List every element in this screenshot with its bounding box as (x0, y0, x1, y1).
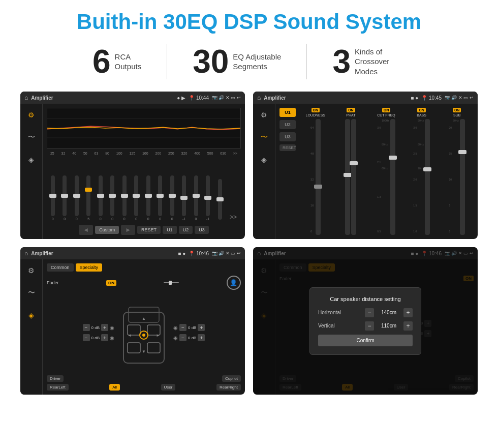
topbar-time-eq: 📍 10:44 (189, 95, 209, 101)
dsp-scale-bass-f: 3.02.52.01.51.0 (413, 119, 417, 235)
vol-minus-fr[interactable]: − (179, 324, 186, 331)
topbar-icons-dsp: 📷 🔊 ✕ ▭ ↩ (445, 95, 474, 100)
dsp-channel-cutfreq: ON CUT FREQ 3.02.11.30.5 100Hz80Hz60Hz (369, 108, 403, 235)
dsp-presets[interactable]: U1 U2 U3 RESET (279, 108, 296, 235)
screen-content-eq: ⚙ 〜 ◈ (20, 104, 245, 239)
eq-arrows: >> (230, 214, 237, 221)
eq-slider-14 (218, 179, 222, 221)
eq-bottom-bar[interactable]: ◄ Custom ► RESET U1 U2 U3 (47, 225, 241, 235)
speaker-controls-left[interactable]: − 0 dB + ◉ − 0 dB + ◉ (83, 324, 114, 341)
dsp-slider-phat-g (345, 119, 350, 235)
fader-rearright-btn[interactable]: RearRight (216, 384, 241, 391)
vol-minus-rr[interactable]: − (179, 334, 186, 341)
home-icon-dsp: ⌂ (257, 94, 261, 101)
screen-content-dsp: ⚙ 〜 ◈ U1 U2 U3 RESET (253, 104, 478, 239)
fader-bottom2[interactable]: RearLeft All User RearRight (47, 384, 241, 391)
dialog-vertical-control[interactable]: − 110cm + (365, 321, 413, 331)
eq-graph (47, 108, 241, 148)
stat-label-crossover: Kinds ofCrossover Modes (355, 47, 406, 77)
speaker-controls-right[interactable]: ◉ − 0 dB + ◉ − 0 dB + (173, 324, 205, 341)
vol-control-fr[interactable]: ◉ − 0 dB + (173, 324, 205, 331)
home-icon-fader: ⌂ (24, 250, 28, 257)
dsp-u2-btn[interactable]: U2 (279, 120, 296, 129)
fader-user-btn[interactable]: User (161, 384, 176, 391)
screen-dialog: ⌂ Amplifier ■ ● 📍 10:46 📷 🔊 ✕ ▭ ↩ ⚙ 〜 ◈ … (253, 247, 478, 395)
topbar-dot-dsp: ■ ● (411, 95, 418, 101)
topbar-fader: ⌂ Amplifier ■ ● 📍 10:46 📷 🔊 ✕ ▭ ↩ (20, 247, 245, 259)
speaker-fr-icon: ◉ (173, 325, 178, 331)
topbar-title-eq: Amplifier (31, 95, 53, 101)
dialog-confirm-btn[interactable]: Confirm (318, 335, 413, 346)
eq-u1-btn[interactable]: U1 (163, 226, 177, 234)
vol-control-fl[interactable]: − 0 dB + ◉ (83, 324, 114, 331)
vol-plus-rl[interactable]: + (101, 334, 108, 341)
dsp-reset-btn[interactable]: RESET (279, 144, 296, 151)
topbar-title-fader: Amplifier (31, 251, 53, 256)
dialog-horizontal-minus[interactable]: − (365, 308, 374, 317)
home-icon: ⌂ (24, 94, 28, 101)
dsp-scale-loudness: 644832160 (310, 119, 314, 235)
eq-prev-btn[interactable]: ◄ (79, 225, 93, 235)
fader-all-btn[interactable]: All (109, 384, 120, 391)
eq-slider-2: 0 (75, 175, 79, 221)
eq-custom-btn[interactable]: Custom (95, 226, 119, 234)
vol-plus-fl[interactable]: + (101, 324, 108, 331)
fader-copilot-btn[interactable]: Copilot (222, 375, 241, 382)
fader-tab-common[interactable]: Common (47, 263, 74, 272)
dsp-channel-sub: ON SUB 20151050 60Hz (440, 108, 474, 235)
eq-u2-btn[interactable]: U2 (179, 226, 193, 234)
dsp-name-cutfreq: CUT FREQ (377, 113, 395, 117)
eq-next-btn[interactable]: ► (121, 225, 135, 235)
eq-slider-4: 0 (99, 175, 103, 221)
eq-slider-5: 0 (110, 175, 114, 221)
dsp-slider-sub (460, 119, 465, 235)
fader-label: Fader (47, 280, 59, 285)
sidebar-fader: ⚙ 〜 ◈ (20, 259, 43, 395)
sidebar-wave-icon: 〜 (24, 130, 39, 144)
fader-tabs[interactable]: Common Specialty (47, 263, 241, 272)
dsp-slider-loudness (316, 119, 321, 235)
fader-slider-icon (164, 280, 179, 286)
sidebar-dsp: ⚙ 〜 ◈ (253, 104, 275, 239)
dsp-u1-btn[interactable]: U1 (279, 108, 296, 117)
fader-bottom[interactable]: Driver Copilot (47, 375, 241, 382)
vol-value-fr: 0 dB (188, 325, 196, 330)
topbar-time-fader: 📍 10:46 (189, 251, 209, 256)
eq-slider-0: 0 (51, 175, 55, 221)
dsp-channel-loudness: ON LOUDNESS 644832160 (299, 108, 332, 235)
eq-slider-12: 0 (194, 175, 198, 221)
dialog-horizontal-control[interactable]: − 140cm + (365, 308, 413, 317)
eq-u3-btn[interactable]: U3 (195, 226, 209, 234)
vol-plus-fr[interactable]: + (198, 324, 205, 331)
eq-slider-8: 0 (146, 175, 150, 221)
fader-tab-specialty[interactable]: Specialty (76, 263, 103, 272)
dialog-box: Car speaker distance setting Horizontal … (309, 287, 421, 355)
topbar-dot-fader: ■ ● (178, 251, 185, 256)
dialog-horizontal-plus[interactable]: + (403, 308, 413, 317)
dialog-vertical-plus[interactable]: + (403, 321, 413, 331)
vol-minus-rl[interactable]: − (83, 334, 90, 341)
fader-driver-btn[interactable]: Driver (47, 375, 64, 382)
dialog-vertical-minus[interactable]: − (365, 321, 374, 331)
vol-plus-rr[interactable]: + (198, 334, 205, 341)
dialog-horizontal-row: Horizontal − 140cm + (318, 308, 413, 317)
sidebar-eq: ⚙ 〜 ◈ (20, 104, 43, 239)
stat-label-eq: EQ AdjustableSegments (233, 52, 281, 72)
eq-graph-svg (47, 108, 240, 148)
page-title: Buith-in 30EQ DSP Sound System (20, 10, 478, 34)
vol-minus-fl[interactable]: − (83, 324, 90, 331)
dsp-u3-btn[interactable]: U3 (279, 132, 296, 141)
fader-rearleft-btn[interactable]: RearLeft (47, 384, 69, 391)
vol-control-rl[interactable]: − 0 dB + ◉ (83, 334, 114, 341)
eq-slider-10: 0 (170, 175, 174, 221)
vol-control-rr[interactable]: ◉ − 0 dB + (173, 334, 205, 341)
speaker-rl-icon: ◉ (110, 335, 114, 341)
fader-on-badge: ON (106, 280, 116, 286)
topbar-eq: ⌂ Amplifier ● ▶ 📍 10:44 📷 🔊 ✕ ▭ ↩ (20, 92, 245, 104)
eq-freq-labels: 2532 4050 6380 100125 160200 250320 4005… (47, 152, 241, 155)
screen-fader: ⌂ Amplifier ■ ● 📍 10:46 📷 🔊 ✕ ▭ ↩ ⚙ 〜 ◈ … (20, 247, 245, 395)
eq-reset-btn[interactable]: RESET (137, 226, 161, 234)
dialog-overlay: Car speaker distance setting Horizontal … (253, 247, 478, 395)
sidebar-speaker-icon: ◈ (24, 153, 39, 167)
fader-row: Fader ON 👤 (47, 276, 241, 290)
